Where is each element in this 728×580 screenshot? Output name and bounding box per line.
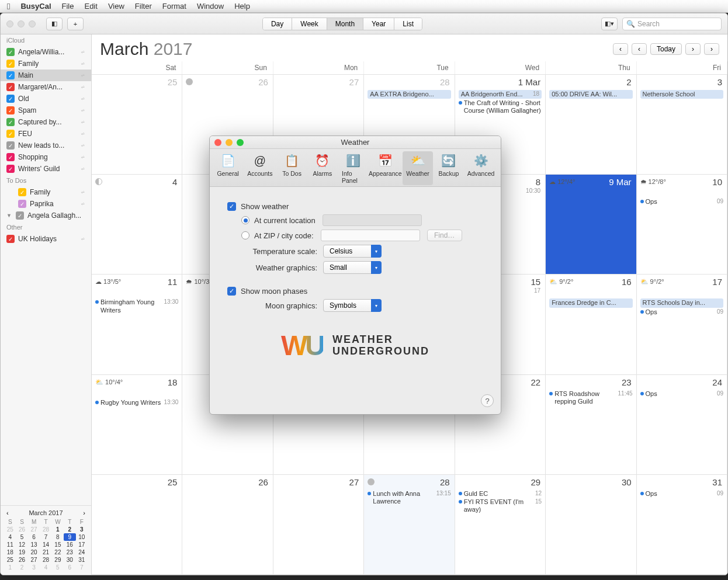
minical-day[interactable]: 25 xyxy=(4,526,16,533)
moon-graphics-select[interactable]: Symbols xyxy=(323,299,382,312)
minical-day[interactable]: 3 xyxy=(76,526,88,533)
panel-toggle-button[interactable]: ◧▾ xyxy=(601,18,618,30)
prefs-tab-advanced[interactable]: ⚙️Advanced xyxy=(464,151,497,185)
minical-day[interactable]: 7 xyxy=(76,564,88,571)
calendar-cell[interactable]: 25 xyxy=(92,475,182,575)
event-pill[interactable]: AA EXTRA Bridgeno... xyxy=(368,90,450,99)
calendar-cell[interactable]: 25 xyxy=(92,75,182,175)
minical-day[interactable]: 17 xyxy=(76,541,88,548)
sidebar-item[interactable]: ✓Spam⩫ xyxy=(1,105,91,116)
menu-filter[interactable]: Filter xyxy=(135,2,152,11)
minical-day[interactable]: 2 xyxy=(16,564,27,571)
view-month[interactable]: Month xyxy=(327,18,363,30)
zoom-icon[interactable] xyxy=(29,20,36,27)
calendar-cell[interactable]: 23RTS Roadshow repping Guild11:45 xyxy=(546,375,636,475)
minical-day[interactable]: 12 xyxy=(16,541,27,548)
minical-day[interactable]: 10 xyxy=(76,533,88,541)
event-pill[interactable]: Frances Dredge in C... xyxy=(549,298,632,307)
zip-input[interactable] xyxy=(321,230,420,241)
mini-calendar[interactable]: ‹ March 2017 › SSMTWTF252627281234567891… xyxy=(1,505,91,575)
show-moon-checkbox[interactable]: ✓ xyxy=(227,287,236,296)
calendar-cell[interactable]: 28Lunch with Anna Lawrence13:15 xyxy=(364,475,455,575)
nav-next-fast-button[interactable]: › xyxy=(704,43,719,55)
event-item[interactable]: FYI RTS EVENT (I'm away)15 xyxy=(459,498,542,513)
sidebar-item[interactable]: ✓Family⩫ xyxy=(1,186,91,198)
minical-day[interactable]: 25 xyxy=(4,556,16,564)
close-icon[interactable] xyxy=(6,20,13,27)
calendar-cell[interactable]: 30 xyxy=(546,475,636,575)
minical-day[interactable]: 8 xyxy=(52,533,64,541)
sidebar-item[interactable]: ✓Shopping⩫ xyxy=(1,151,91,163)
event-item[interactable]: Birmingham Young Writers13:30 xyxy=(95,298,178,314)
zoom-icon[interactable] xyxy=(237,139,244,146)
minical-next-button[interactable]: › xyxy=(81,509,88,516)
calendar-cell[interactable]: 4 xyxy=(92,175,182,275)
sidebar-item[interactable]: ✓Paprika⩫ xyxy=(1,198,91,210)
minical-day[interactable]: 13 xyxy=(28,541,40,548)
view-segmented-control[interactable]: Day Week Month Year List xyxy=(262,18,422,30)
sidebar-item[interactable]: ✓FEU⩫ xyxy=(1,128,91,140)
nav-prev-fast-button[interactable]: ‹ xyxy=(613,43,628,55)
minimize-icon[interactable] xyxy=(226,139,233,146)
menu-window[interactable]: Window xyxy=(197,2,224,11)
event-item[interactable]: Ops09 xyxy=(640,490,723,498)
minical-day[interactable]: 6 xyxy=(28,533,40,541)
calendar-cell[interactable]: 3Nethersole School xyxy=(637,75,727,175)
event-item[interactable]: The Craft of Writing - Short Course (Wil… xyxy=(459,99,542,114)
event-item[interactable]: RTS Roadshow repping Guild11:45 xyxy=(549,390,632,405)
view-year[interactable]: Year xyxy=(363,18,394,30)
add-button[interactable]: + xyxy=(67,18,84,30)
calendar-cell[interactable]: 31Ops09 xyxy=(637,475,727,575)
calendar-cell[interactable]: 🌧 12°/8°10Ops09 xyxy=(637,175,727,275)
prefs-tab-info-panel[interactable]: ℹ️Info Panel xyxy=(338,151,368,185)
sidebar-toggle-button[interactable]: ◧ xyxy=(46,18,63,30)
minical-day[interactable]: 22 xyxy=(52,548,64,556)
sidebar-item[interactable]: ✓UK Holidays⩫ xyxy=(1,233,91,245)
calendar-cell[interactable]: 205:00 DRIVE AA: Wil... xyxy=(546,75,636,175)
minical-day[interactable]: 20 xyxy=(28,548,40,556)
event-pill[interactable]: Nethersole School xyxy=(640,90,723,99)
search-input[interactable]: 🔍 Search xyxy=(622,18,722,30)
calendar-cell[interactable]: ⛅ 9°/2°16Frances Dredge in C... xyxy=(546,275,636,374)
minical-day[interactable]: 18 xyxy=(4,548,16,556)
menu-file[interactable]: File xyxy=(62,2,74,11)
event-pill[interactable]: 05:00 DRIVE AA: Wil... xyxy=(549,90,632,99)
sidebar-item[interactable]: ✓Old⩫ xyxy=(1,93,91,105)
event-item[interactable]: Rugby Young Writers13:30 xyxy=(95,399,178,407)
event-item[interactable]: Guld EC12 xyxy=(459,490,542,498)
find-button[interactable]: Find… xyxy=(427,230,462,241)
nav-next-button[interactable]: › xyxy=(685,43,701,55)
nav-prev-button[interactable]: ‹ xyxy=(632,43,647,55)
sidebar-item[interactable]: ✓Margaret/An...⩫ xyxy=(1,81,91,93)
minical-day[interactable]: 27 xyxy=(28,526,40,533)
sidebar-item[interactable]: ✓Main⩫ xyxy=(1,70,91,81)
minical-day[interactable]: 5 xyxy=(52,564,64,571)
apple-menu-icon[interactable]:  xyxy=(7,1,10,11)
show-weather-checkbox[interactable]: ✓ xyxy=(227,202,236,211)
event-item[interactable]: Ops09 xyxy=(640,308,723,316)
calendar-cell[interactable]: 27 xyxy=(273,475,364,575)
sidebar-item[interactable]: ✓Writers' Guild⩫ xyxy=(1,163,91,175)
minical-day[interactable]: 27 xyxy=(28,556,40,564)
weather-graphics-select[interactable]: Small xyxy=(323,261,382,274)
minical-day[interactable]: 5 xyxy=(16,533,27,541)
minical-day[interactable]: 24 xyxy=(76,548,88,556)
minical-day[interactable]: 30 xyxy=(64,556,75,564)
prefs-traffic-lights[interactable] xyxy=(214,139,244,146)
sidebar-item[interactable]: ✓New leads to...⩫ xyxy=(1,140,91,151)
minical-day[interactable]: 26 xyxy=(16,556,27,564)
minical-day[interactable]: 26 xyxy=(16,526,27,533)
calendar-cell[interactable]: ⛅ 9°/2°17RTS Schools Day in...Ops09 xyxy=(637,275,727,374)
minical-day[interactable]: 21 xyxy=(40,548,51,556)
minical-day[interactable]: 6 xyxy=(64,564,75,571)
menu-help[interactable]: Help xyxy=(234,2,250,11)
event-item[interactable]: Ops09 xyxy=(640,198,723,206)
minical-day[interactable]: 16 xyxy=(64,541,75,548)
view-day[interactable]: Day xyxy=(263,18,292,30)
sidebar-item[interactable]: ✓Family⩫ xyxy=(1,58,91,70)
minical-day[interactable]: 11 xyxy=(4,541,16,548)
event-pill[interactable]: AA Bridgenorth End...18 xyxy=(459,90,542,99)
minical-day[interactable]: 1 xyxy=(52,526,64,533)
app-menu[interactable]: BusyCal xyxy=(20,2,51,11)
calendar-cell[interactable]: ⛅ 10°/4°18Rugby Young Writers13:30 xyxy=(92,375,182,475)
